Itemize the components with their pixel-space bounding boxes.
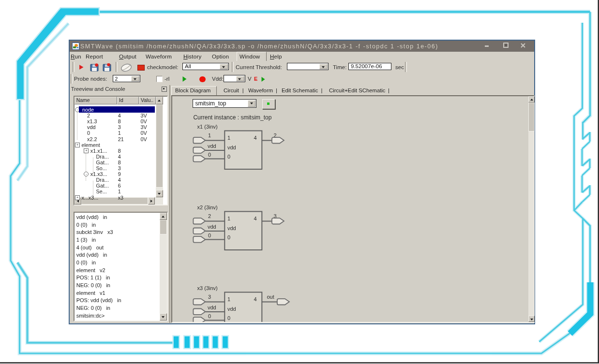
svg-text:2: 2: [208, 213, 211, 219]
svg-text:0: 0: [227, 153, 230, 159]
svg-text:3: 3: [208, 294, 211, 300]
svg-text:vdd: vdd: [227, 145, 236, 150]
svg-text:out: out: [267, 294, 274, 300]
svg-text:0: 0: [227, 315, 230, 320]
svg-text:vdd: vdd: [208, 143, 216, 149]
svg-text:4: 4: [254, 134, 257, 140]
svg-text:4: 4: [254, 215, 257, 221]
svg-text:1: 1: [227, 215, 230, 221]
svg-text:1: 1: [227, 134, 230, 140]
svg-text:0: 0: [208, 233, 211, 238]
svg-text:vdd: vdd: [208, 305, 216, 310]
svg-text:1: 1: [208, 132, 211, 138]
svg-text:4: 4: [254, 296, 257, 302]
svg-text:x3 (3inv): x3 (3inv): [197, 285, 218, 291]
svg-text:vdd: vdd: [227, 306, 236, 312]
svg-text:0: 0: [227, 234, 230, 240]
svg-text:0: 0: [208, 313, 211, 319]
svg-text:x1 (3inv): x1 (3inv): [197, 124, 218, 130]
svg-text:x2 (3inv): x2 (3inv): [197, 204, 218, 210]
svg-text:vdd: vdd: [208, 224, 216, 230]
svg-text:0: 0: [208, 152, 211, 158]
svg-text:1: 1: [227, 296, 230, 302]
svg-text:vdd: vdd: [227, 225, 236, 231]
